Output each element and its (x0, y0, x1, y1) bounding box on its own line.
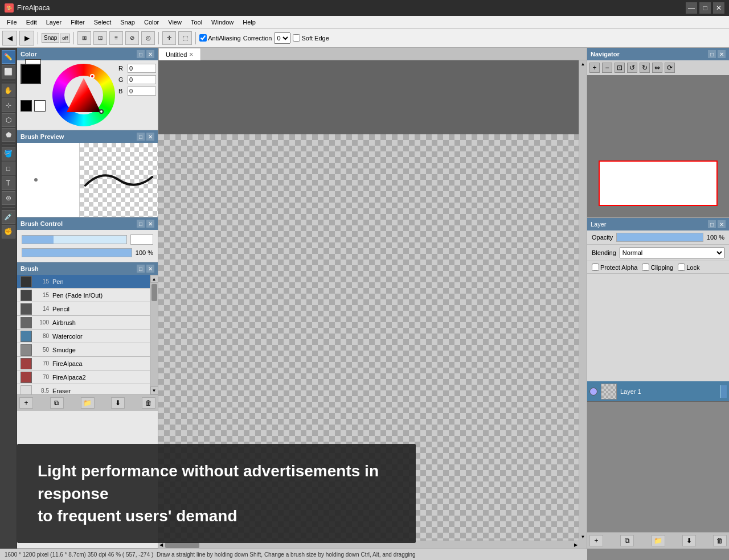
brush-delete-btn[interactable]: 🗑 (142, 397, 155, 409)
lock-checkbox[interactable] (678, 263, 685, 271)
navigator-close[interactable]: ✕ (718, 50, 726, 58)
tool-magic[interactable]: ⬟ (2, 128, 15, 142)
brush-item-pen-fade[interactable]: 15 Pen (Fade In/Out) (17, 289, 150, 302)
tool-eraser[interactable]: ⬜ (2, 65, 15, 79)
toolbar-forward-button[interactable]: ▶ (19, 31, 34, 46)
tool-snap[interactable]: ⊛ (2, 191, 15, 205)
protect-alpha-checkbox[interactable] (592, 263, 599, 271)
scroll-left-arrow[interactable]: ◀ (159, 542, 163, 547)
layer-delete-btn[interactable]: 🗑 (713, 535, 727, 546)
tool-eyedropper[interactable]: 💉 (2, 210, 15, 224)
canvas-tab-untitled[interactable]: Untitled ✕ (158, 48, 201, 60)
maximize-button[interactable]: □ (699, 2, 711, 14)
layer-1-visibility[interactable] (589, 388, 597, 396)
blending-select[interactable]: Normal Multiply Screen Overlay (620, 247, 724, 258)
g-input[interactable] (128, 75, 156, 84)
tool-text[interactable]: T (2, 176, 15, 190)
nav-reset[interactable]: ⟳ (665, 63, 675, 73)
grid-btn-1[interactable]: ⊞ (77, 31, 91, 45)
antialiasing-checkbox[interactable] (199, 34, 207, 42)
correction-select[interactable]: 0125 (274, 32, 290, 44)
move-btn[interactable]: ✛ (162, 31, 176, 45)
brush-control-maximize[interactable]: □ (137, 220, 145, 228)
grid-btn-3[interactable]: ≡ (109, 31, 123, 45)
brush-item-firealpaca2[interactable]: 70 FireAlpaca2 (17, 370, 150, 384)
clipping-checkbox[interactable] (642, 263, 649, 271)
scroll-right-arrow[interactable]: ▶ (574, 542, 578, 547)
brush-item-pen[interactable]: 15 Pen (17, 275, 150, 289)
tool-move[interactable]: ✋ (2, 84, 15, 97)
brush-control-close[interactable]: ✕ (146, 220, 154, 228)
brush-item-smudge[interactable]: 50 Smudge (17, 343, 150, 357)
scroll-h-thumb[interactable] (165, 542, 199, 548)
tool-select[interactable]: ⊹ (2, 98, 15, 112)
minimize-button[interactable]: — (686, 2, 697, 14)
black-swatch[interactable] (21, 100, 32, 112)
opacity-bar[interactable] (616, 233, 703, 242)
menu-filter[interactable]: Filter (66, 18, 89, 27)
grid-btn-2[interactable]: ⊡ (93, 31, 107, 45)
menu-view[interactable]: View (163, 18, 186, 27)
tool-hand[interactable]: ✊ (2, 225, 15, 238)
scroll-up-arrow[interactable]: ▲ (581, 61, 585, 67)
grid-btn-4[interactable]: ⊘ (125, 31, 139, 45)
white-swatch[interactable] (34, 100, 46, 112)
tool-shape[interactable]: □ (2, 162, 15, 175)
brush-item-eraser[interactable]: 8.5 Eraser (17, 384, 150, 394)
brush-size-bar[interactable] (22, 235, 127, 244)
menu-select[interactable]: Select (89, 18, 116, 27)
color-wheel[interactable] (52, 64, 115, 126)
b-input[interactable] (128, 87, 156, 96)
brush-folder-btn[interactable]: 📁 (81, 397, 95, 409)
menu-layer[interactable]: Layer (42, 18, 67, 27)
menu-color[interactable]: Color (140, 18, 163, 27)
brush-duplicate-btn[interactable]: ⧉ (50, 397, 64, 409)
toolbar-back-button[interactable]: ◀ (2, 31, 17, 46)
brush-item-pencil[interactable]: 14 Pencil (17, 302, 150, 316)
brush-size-input[interactable]: 15 (130, 234, 153, 245)
canvas-scroll-v[interactable]: ▲ ▼ (579, 60, 587, 541)
close-button[interactable]: ✕ (713, 2, 724, 14)
menu-snap[interactable]: Snap (116, 18, 140, 27)
menu-file[interactable]: File (2, 18, 22, 27)
tool-pen[interactable]: ✏️ (2, 50, 15, 64)
brush-import-btn[interactable]: ⬇ (111, 397, 125, 409)
menu-window[interactable]: Window (207, 18, 238, 27)
brush-item-firealpaca[interactable]: 70 FireAlpaca (17, 357, 150, 370)
tool-fill[interactable]: 🪣 (2, 147, 15, 160)
color-panel-maximize[interactable]: □ (137, 50, 145, 58)
layer-panel-close[interactable]: ✕ (718, 220, 726, 228)
layer-folder-btn[interactable]: 📁 (652, 535, 665, 546)
brush-scroll-thumb[interactable] (151, 284, 157, 301)
brush-opacity-bar[interactable] (22, 248, 132, 257)
layer-row-1[interactable]: Layer 1 (587, 381, 729, 402)
nav-zoom-in[interactable]: + (589, 63, 600, 73)
brush-list-maximize[interactable]: □ (137, 265, 145, 273)
nav-zoom-out[interactable]: − (602, 63, 612, 73)
r-input[interactable] (128, 64, 156, 73)
navigator-content[interactable] (587, 75, 729, 217)
layer-import-btn[interactable]: ⬇ (682, 535, 696, 546)
brush-scroll-down[interactable]: ▼ (150, 386, 158, 394)
foreground-color-swatch[interactable] (21, 64, 41, 84)
tool-lasso[interactable]: ⬡ (2, 113, 15, 127)
navigator-maximize[interactable]: □ (708, 50, 716, 58)
brush-list-close[interactable]: ✕ (146, 265, 154, 273)
color-panel-close[interactable]: ✕ (146, 50, 154, 58)
grid-btn-5[interactable]: ◎ (141, 31, 155, 45)
select-btn[interactable]: ⬚ (178, 31, 192, 45)
menu-tool[interactable]: Tool (186, 18, 207, 27)
menu-edit[interactable]: Edit (22, 18, 42, 27)
brush-item-watercolor[interactable]: 80 Watercolor (17, 330, 150, 343)
layer-panel-maximize[interactable]: □ (708, 220, 716, 228)
scroll-down-arrow[interactable]: ▼ (581, 534, 585, 540)
layer-add-btn[interactable]: + (589, 535, 603, 546)
brush-preview-maximize[interactable]: □ (137, 133, 145, 141)
canvas-tab-close-icon[interactable]: ✕ (189, 52, 194, 57)
nav-fit[interactable]: ⊡ (615, 63, 625, 73)
layer-duplicate-btn[interactable]: ⧉ (620, 535, 634, 546)
nav-rotate-ccw[interactable]: ↻ (640, 63, 650, 73)
menu-help[interactable]: Help (238, 18, 260, 27)
nav-flip[interactable]: ⇔ (652, 63, 662, 73)
soft-edge-checkbox[interactable] (293, 34, 300, 42)
